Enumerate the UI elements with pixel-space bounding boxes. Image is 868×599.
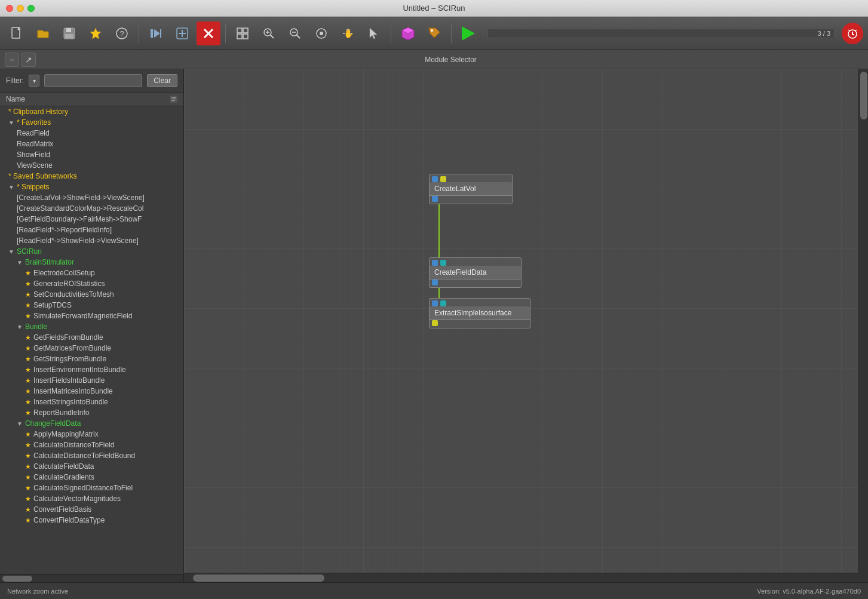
tree-item-calculatevector[interactable]: ★CalculateVectorMagnitudes [0, 493, 183, 504]
port-blue-cfd-out[interactable] [432, 279, 438, 285]
port-blue-out[interactable] [432, 196, 438, 202]
tree-item-getfieldsfrom[interactable]: ★GetFieldsFromBundle [0, 332, 183, 343]
filter-dropdown[interactable]: ▾ [29, 75, 39, 87]
zoom-out-button[interactable] [283, 21, 307, 45]
tree-item-insertfields[interactable]: ★InsertFieldsIntoBundle [0, 375, 183, 386]
vertical-scrollbar[interactable] [858, 69, 868, 573]
svg-line-38 [855, 30, 857, 31]
extractsimple-header: ExtractSimpleIsosurface [430, 306, 530, 320]
tree-item-showfield[interactable]: ShowField [0, 149, 183, 160]
tree-item-calculategradients[interactable]: ★CalculateGradients [0, 472, 183, 483]
tree-item-scirun[interactable]: ▼SCIRun [0, 246, 183, 257]
svg-rect-2 [66, 28, 71, 32]
tree-item-insertenvironment[interactable]: ★InsertEnvironmentIntoBundle [0, 364, 183, 375]
tree-item-calculatefielddata[interactable]: ★CalculateFieldData [0, 461, 183, 472]
tree-item-generateroi[interactable]: ★GenerateROIStatistics [0, 278, 183, 289]
new-file-button[interactable] [5, 21, 29, 45]
module-selector-title: Module Selector [38, 56, 863, 64]
collapse-panel-button[interactable]: − [5, 53, 19, 67]
tree-item-changefielddata[interactable]: ▼ChangeFieldData [0, 418, 183, 429]
help-button[interactable]: ? [110, 21, 134, 45]
tree-item-saved-subnetworks[interactable]: * Saved Subnetworks [0, 171, 183, 182]
run-button[interactable] [456, 21, 480, 45]
tree-item-viewscene[interactable]: ViewScene [0, 160, 183, 171]
tree-item-insertmatrices[interactable]: ★InsertMatricesIntoBundle [0, 386, 183, 397]
tree-item-setconductivities[interactable]: ★SetConductivitiesToMesh [0, 289, 183, 300]
sidebar-horizontal-scrollbar[interactable] [0, 574, 183, 582]
module-extractsimple[interactable]: ExtractSimpleIsosurface [429, 298, 530, 328]
grid-view-button[interactable] [231, 21, 254, 45]
tree-item-convertfielddata[interactable]: ★ConvertFieldDataType [0, 515, 183, 526]
horizontal-scrollbar[interactable] [184, 573, 858, 582]
port-blue-1[interactable] [432, 176, 438, 182]
open-folder-button[interactable] [31, 21, 55, 45]
port-yellow-es-out[interactable] [432, 320, 438, 326]
tree-item-snippet3[interactable]: [GetFieldBoundary->FairMesh->ShowF [0, 214, 183, 225]
star-icon-setconductivities: ★ [25, 291, 31, 299]
tag-button[interactable] [422, 21, 446, 45]
pan-button[interactable]: ✋ [336, 21, 360, 45]
clear-button[interactable]: Clear [147, 74, 177, 87]
tree-item-applymapping[interactable]: ★ApplyMappingMatrix [0, 429, 183, 440]
execute-button[interactable] [197, 21, 220, 45]
zoom-in-button[interactable] [257, 21, 281, 45]
add-module-button[interactable] [170, 21, 194, 45]
tree-label-calculatefielddata: CalculateFieldData [33, 462, 94, 471]
tree-item-calculatesigned[interactable]: ★CalculateSignedDistanceToFiel [0, 483, 183, 493]
tree-item-setuptdcs[interactable]: ★SetupTDCS [0, 300, 183, 311]
tree-item-readmatrix[interactable]: ReadMatrix [0, 139, 183, 149]
tree-item-calculatedistancebound[interactable]: ★CalculateDistanceToFieldBound [0, 450, 183, 461]
tree-item-insertstrings[interactable]: ★InsertStringsIntoBundle [0, 397, 183, 407]
progress-fill [488, 29, 834, 38]
tree-item-convertfieldbasis[interactable]: ★ConvertFieldBasis [0, 504, 183, 515]
tree-item-getstringsfrom[interactable]: ★GetStringsFromBundle [0, 354, 183, 364]
module-createfielddata[interactable]: CreateFieldData [429, 257, 522, 288]
tree-item-snippet2[interactable]: [CreateStandardColorMap->RescaleCol [0, 203, 183, 214]
tree-item-snippet5[interactable]: [ReadField*->ShowField->ViewScene] [0, 235, 183, 246]
alarm-button[interactable] [842, 23, 863, 44]
tree-scroll-area[interactable]: * Clipboard History▼* FavoritesReadField… [0, 106, 183, 574]
canvas-area[interactable]: CreateLatVol CreateFieldData [184, 69, 868, 582]
progress-bar: 3 / 3 [487, 29, 835, 38]
step-forward-button[interactable] [144, 21, 168, 45]
tree-item-snippets[interactable]: ▼* Snippets [0, 182, 183, 192]
module-createlatvol[interactable]: CreateLatVol [429, 174, 513, 204]
vertical-scrollbar-thumb[interactable] [860, 72, 867, 119]
tree-item-getmatricesfrom[interactable]: ★GetMatricesFromBundle [0, 343, 183, 354]
filter-input[interactable] [44, 74, 142, 87]
tree-label-getstringsfrom: GetStringsFromBundle [33, 355, 106, 363]
tree-item-simulateforward[interactable]: ★SimulateForwardMagneticField [0, 311, 183, 321]
detach-panel-button[interactable]: ↗ [22, 53, 36, 67]
tree-item-calculatedistance[interactable]: ★CalculateDistanceToField [0, 440, 183, 450]
close-button[interactable] [6, 5, 13, 12]
tree-item-reportbundle[interactable]: ★ReportBundleInfo [0, 407, 183, 418]
tree-label-snippet5: [ReadField*->ShowField->ViewScene] [17, 236, 139, 245]
favorite-button[interactable] [84, 21, 108, 45]
svg-line-20 [271, 35, 274, 38]
tree-label-snippets: * Snippets [17, 183, 50, 191]
tree-item-brainstimulator[interactable]: ▼BrainStimulator [0, 257, 183, 268]
sidebar-scrollbar-thumb[interactable] [2, 576, 32, 582]
tree-item-bundle[interactable]: ▼Bundle [0, 321, 183, 332]
tree-item-readfield[interactable]: ReadField [0, 128, 183, 139]
minimize-button[interactable] [17, 5, 24, 12]
tree-item-clipboard-history[interactable]: * Clipboard History [0, 106, 183, 117]
port-blue-es-1[interactable] [432, 300, 438, 306]
cube-button[interactable] [396, 21, 420, 45]
tree-item-favorites[interactable]: ▼* Favorites [0, 117, 183, 128]
horizontal-scrollbar-thumb[interactable] [193, 575, 324, 582]
port-teal-es-1[interactable] [440, 300, 446, 306]
port-yellow-1[interactable] [440, 176, 446, 182]
star-icon-calculatedistance: ★ [25, 441, 31, 449]
maximize-button[interactable] [27, 5, 35, 12]
star-icon-applymapping: ★ [25, 431, 31, 438]
tree-item-snippet4[interactable]: [ReadField*->ReportFieldInfo] [0, 225, 183, 235]
select-button[interactable] [362, 21, 386, 45]
tree-item-snippet1[interactable]: [CreateLatVol->ShowField->ViewScene] [0, 192, 183, 203]
port-blue-cfd-1[interactable] [432, 260, 438, 266]
tree-item-electrodecoilsetup[interactable]: ★ElectrodeCoilSetup [0, 268, 183, 278]
save-button[interactable] [57, 21, 81, 45]
svg-text:?: ? [120, 29, 124, 38]
zoom-reset-button[interactable] [309, 21, 333, 45]
port-teal-cfd-1[interactable] [440, 260, 446, 266]
